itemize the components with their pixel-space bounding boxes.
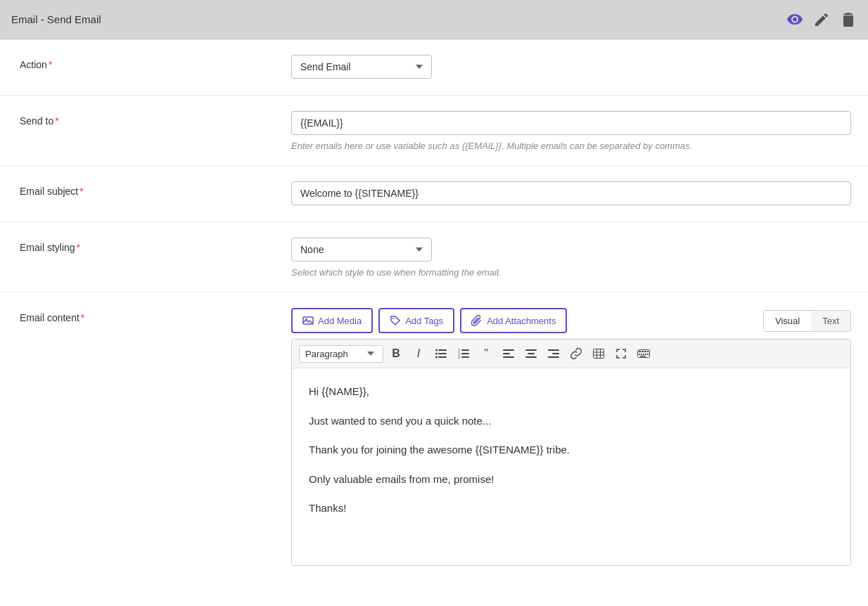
email-line-4: Only valuable emails from me, promise! [309,470,834,489]
email-content-field: Add Media Add Tags Add Attachments [274,292,868,580]
send-to-helper: Enter emails here or use variable such a… [291,141,851,151]
preview-icon[interactable] [786,11,803,28]
title-bar: Email - Send Email [0,0,868,39]
svg-rect-22 [552,353,559,354]
svg-text:3.: 3. [458,355,461,359]
svg-rect-32 [644,351,646,352]
svg-rect-30 [639,351,641,352]
svg-rect-19 [528,353,535,354]
send-to-row: Send to* {{EMAIL}} Enter emails here or … [0,96,868,166]
svg-rect-31 [642,351,644,352]
email-styling-row: Email styling* None Default Custom Selec… [0,222,868,292]
keyboard-button[interactable] [634,344,653,363]
svg-rect-6 [438,353,447,354]
action-select[interactable]: Send Email Send SMS Send Push Notificati… [291,55,432,79]
editor-body[interactable]: Hi {{NAME}}, Just wanted to send you a q… [292,368,850,565]
bold-button[interactable]: B [386,344,406,363]
email-content-row: Email content* Add Media [0,292,868,580]
email-line-3: Thank you for joining the awesome {{SITE… [309,441,834,459]
align-center-button[interactable] [521,344,541,363]
svg-rect-8 [438,356,447,358]
svg-rect-16 [503,353,510,354]
svg-rect-34 [639,354,640,355]
view-toggle: Visual Text [763,310,851,332]
svg-rect-14 [461,356,469,358]
svg-rect-17 [503,356,514,358]
email-styling-select[interactable]: None Default Custom [291,238,432,262]
email-styling-label: Email styling* [0,222,274,267]
blockquote-button[interactable]: " [476,344,496,363]
send-to-field: {{EMAIL}} Enter emails here or use varia… [274,96,868,165]
editor-toolbar: Paragraph Heading 1 Heading 2 Heading 3 … [292,340,850,368]
form-container: Action* Send Email Send SMS Send Push No… [0,39,868,606]
italic-button[interactable]: I [409,344,428,363]
svg-point-3 [435,349,438,352]
svg-rect-12 [461,353,469,354]
svg-rect-15 [503,349,514,351]
svg-rect-10 [461,349,469,351]
email-subject-input[interactable] [291,181,851,205]
add-media-button[interactable]: Add Media [291,308,373,333]
svg-rect-36 [643,354,644,355]
svg-rect-37 [645,354,646,355]
svg-point-7 [435,356,438,359]
email-line-1: Hi {{NAME}}, [309,382,834,401]
svg-point-2 [392,318,394,319]
table-button[interactable] [589,344,608,363]
svg-rect-24 [594,349,604,359]
format-select[interactable]: Paragraph Heading 1 Heading 2 Heading 3 [299,345,383,363]
svg-rect-20 [525,356,537,358]
email-subject-label: Email subject* [0,166,274,211]
add-attachments-button[interactable]: Add Attachments [460,308,567,333]
visual-view-button[interactable]: Visual [764,311,811,331]
svg-rect-18 [525,349,537,351]
email-subject-field [274,166,868,219]
send-to-input[interactable]: {{EMAIL}} [291,111,851,135]
email-content-label: Email content* [0,292,274,337]
svg-rect-33 [647,351,649,352]
action-row: Action* Send Email Send SMS Send Push No… [0,39,868,96]
email-line-5: Thanks! [309,499,834,517]
add-tags-button[interactable]: Add Tags [378,308,454,333]
text-view-button[interactable]: Text [811,311,850,331]
svg-point-5 [435,353,438,355]
unordered-list-button[interactable] [431,344,451,363]
align-left-button[interactable] [499,344,518,363]
email-styling-helper: Select which style to use when formattin… [291,267,851,278]
link-button[interactable] [566,344,586,363]
svg-rect-21 [548,349,559,351]
svg-rect-4 [438,349,447,351]
svg-rect-23 [548,356,559,358]
align-right-button[interactable] [544,344,563,363]
main-content: Action* Send Email Send SMS Send Push No… [0,39,868,606]
editor-container: Paragraph Heading 1 Heading 2 Heading 3 … [291,339,851,566]
svg-rect-38 [647,354,649,355]
content-toolbar: Add Media Add Tags Add Attachments [291,308,851,333]
edit-icon[interactable] [813,11,830,28]
ordered-list-button[interactable]: 1.2.3. [454,344,473,363]
email-styling-field: None Default Custom Select which style t… [274,222,868,292]
delete-icon[interactable] [840,11,857,28]
fullscreen-button[interactable] [611,344,631,363]
send-to-label: Send to* [0,96,274,141]
action-label: Action* [0,39,274,84]
email-line-2: Just wanted to send you a quick note... [309,412,834,430]
svg-rect-35 [641,354,642,355]
action-field: Send Email Send SMS Send Push Notificati… [274,39,868,93]
title-bar-actions [786,11,857,28]
email-subject-row: Email subject* [0,166,868,222]
page-title: Email - Send Email [11,13,101,25]
svg-rect-39 [640,356,646,357]
